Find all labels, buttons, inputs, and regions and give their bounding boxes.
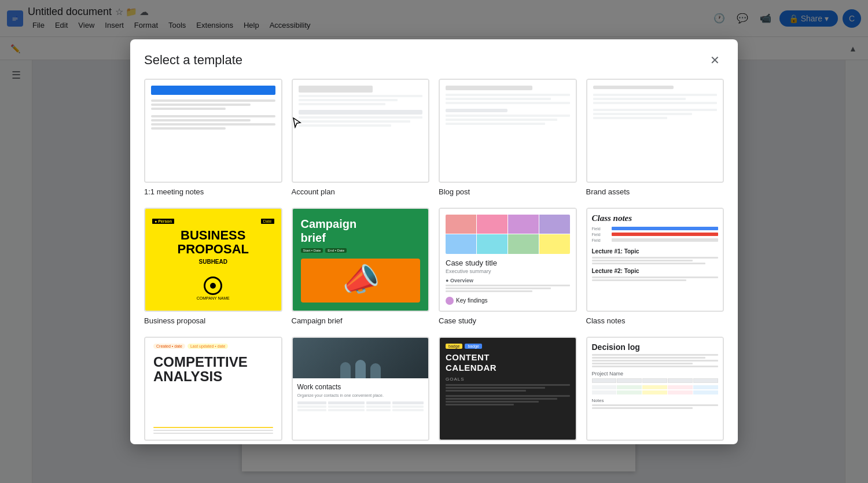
template-label-meeting-notes: 1:1 meeting notes [144, 183, 282, 198]
modal-overlay[interactable]: Select a template ✕ [0, 0, 868, 483]
template-thumb-business-proposal: ● Person Date BUSINESSPROPOSAL SUBHEAD C… [144, 208, 282, 312]
template-item-case-study[interactable]: Case study title Executive summary ● Ove… [439, 208, 577, 327]
template-thumb-blog-post [439, 79, 577, 183]
template-label-decision-log: Decision log [586, 441, 724, 444]
template-thumb-campaign-brief: Campaignbrief Start ▪ Date End ▪ Date 📣 [292, 208, 430, 312]
template-label-case-study: Case study [439, 312, 577, 327]
template-item-account-plan[interactable]: Account plan [292, 79, 430, 198]
modal-close-button[interactable]: ✕ [705, 51, 724, 69]
template-thumb-brand-assets [586, 79, 724, 183]
template-label-competitive-analysis: Competitive analysis [144, 441, 282, 444]
template-item-work-contacts[interactable]: Work contacts Organize your contacts in … [292, 337, 430, 444]
template-label-brand-assets: Brand assets [586, 183, 724, 198]
template-item-content-calendar[interactable]: badge badge CONTENTCALENDAR GOALS [439, 337, 577, 444]
template-thumb-work-contacts: Work contacts Organize your contacts in … [292, 337, 430, 441]
template-item-campaign-brief[interactable]: Campaignbrief Start ▪ Date End ▪ Date 📣 … [292, 208, 430, 327]
template-label-campaign-brief: Campaign brief [292, 312, 430, 327]
modal-header: Select a template ✕ [130, 39, 738, 79]
template-item-decision-log[interactable]: Decision log Project Name [586, 337, 724, 444]
template-item-competitive-analysis[interactable]: Created ▪ date Last updated ▪ date COMPE… [144, 337, 282, 444]
template-thumb-content-calendar: badge badge CONTENTCALENDAR GOALS [439, 337, 577, 441]
template-item-class-notes[interactable]: Class notes Field Field Field [586, 208, 724, 327]
template-item-meeting-notes[interactable]: 1:1 meeting notes [144, 79, 282, 198]
template-thumb-meeting-notes [144, 79, 282, 183]
template-thumb-account-plan [292, 79, 430, 183]
case-study-title: Case study title [446, 259, 570, 267]
template-grid-container[interactable]: 1:1 meeting notes [130, 79, 738, 444]
template-item-business-proposal[interactable]: ● Person Date BUSINESSPROPOSAL SUBHEAD C… [144, 208, 282, 327]
template-item-brand-assets[interactable]: Brand assets [586, 79, 724, 198]
template-label-account-plan: Account plan [292, 183, 430, 198]
campaign-brief-thumb-title: Campaignbrief [301, 217, 357, 245]
template-thumb-decision-log: Decision log Project Name [586, 337, 724, 441]
template-grid: 1:1 meeting notes [144, 79, 724, 444]
template-label-content-calendar: Content calendar [439, 441, 577, 444]
template-label-work-contacts: Work contacts [292, 441, 430, 444]
template-thumb-class-notes: Class notes Field Field Field [586, 208, 724, 312]
template-item-blog-post[interactable]: Blog post [439, 79, 577, 198]
modal-title: Select a template [144, 53, 242, 68]
template-label-class-notes: Class notes [586, 312, 724, 327]
template-modal: Select a template ✕ [130, 39, 738, 444]
template-label-business-proposal: Business proposal [144, 312, 282, 327]
template-thumb-case-study: Case study title Executive summary ● Ove… [439, 208, 577, 312]
template-thumb-competitive-analysis: Created ▪ date Last updated ▪ date COMPE… [144, 337, 282, 441]
template-label-blog-post: Blog post [439, 183, 577, 198]
